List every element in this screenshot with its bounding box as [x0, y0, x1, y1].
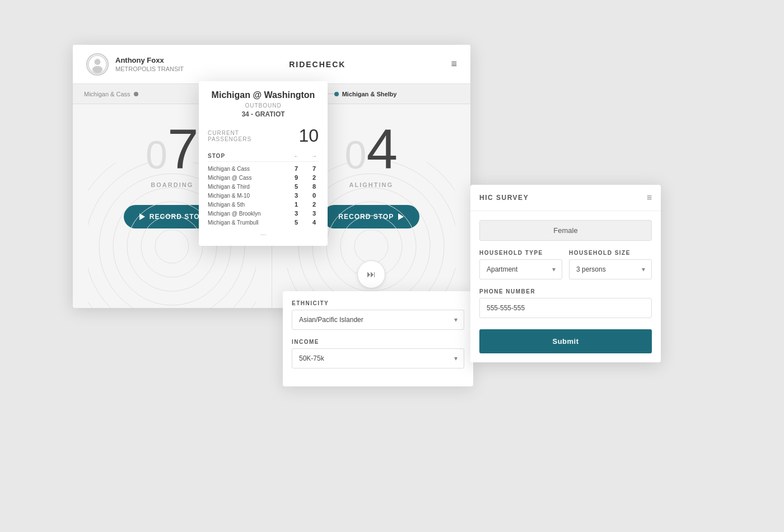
- stop-in: 5: [292, 183, 301, 190]
- gender-field: Female: [479, 220, 652, 241]
- stop-nums: 9 2: [292, 174, 319, 181]
- stop-table-header: STOP ← →: [208, 153, 319, 162]
- household-type-select[interactable]: Apartment House Condo Other: [479, 259, 562, 279]
- user-org: METROPOLIS TRANSIT: [115, 66, 184, 72]
- phone-field: PHONE NUMBER: [479, 288, 652, 318]
- phone-input[interactable]: [479, 298, 652, 318]
- nav-dot-prev: [134, 92, 138, 96]
- income-select-wrapper: 50K-75k Under 25k 25K-50k 75K-100k Over …: [292, 348, 464, 368]
- survey-panel: HIC SURVEY ≡ Female HOUSEHOLD TYPE Apart…: [470, 185, 661, 362]
- app-title: RIDECHECK: [289, 60, 346, 69]
- survey-menu-icon[interactable]: ≡: [647, 193, 652, 203]
- popup-route-label: OUTBOUND: [208, 102, 319, 109]
- svg-point-4: [141, 216, 203, 277]
- income-label: INCOME: [292, 339, 464, 345]
- svg-point-3: [155, 230, 189, 263]
- ethnicity-select[interactable]: Asian/Pacific Islander White Black Hispa…: [292, 310, 464, 330]
- nav-stop-prev: Michigan & Cass: [84, 91, 209, 97]
- stop-nums: 1 2: [292, 201, 319, 208]
- passengers-label-line1: CURRENT: [208, 130, 251, 136]
- nav-dot-next: [334, 92, 339, 96]
- passengers-count: 10: [298, 125, 319, 146]
- stop-row: Michigan & M-10 3 0: [208, 191, 319, 200]
- user-name: Anthony Foxx: [115, 56, 184, 66]
- nav-stop-prev-label: Michigan & Cass: [84, 91, 130, 97]
- stop-nums: 3 3: [292, 210, 319, 217]
- stop-out: 7: [310, 165, 319, 172]
- stop-in: 5: [292, 219, 301, 226]
- stop-out: 4: [310, 219, 319, 226]
- app-header: Anthony Foxx METROPOLIS TRANSIT RIDECHEC…: [73, 45, 470, 84]
- col-out-header: →: [310, 153, 319, 159]
- nav-stop-next: Michigan & Shelby: [334, 91, 459, 97]
- stop-table: STOP ← → Michigan & Cass 7 7 Michigan @ …: [208, 153, 319, 237]
- survey-form-bottom: ETHNICITY Asian/Pacific Islander White B…: [283, 291, 473, 386]
- passengers-row: CURRENT PASSENGERS 10: [208, 125, 319, 146]
- popup-route-name: 34 - GRATIOT: [241, 110, 284, 118]
- stop-out: 3: [310, 210, 319, 217]
- passengers-label-area: CURRENT PASSENGERS: [208, 130, 251, 142]
- hamburger-icon[interactable]: ≡: [451, 58, 457, 70]
- stop-in: 3: [292, 210, 301, 217]
- stop-ellipsis: ...: [208, 229, 319, 237]
- stop-out: 2: [310, 201, 319, 208]
- stop-row: Michigan & 5th 1 2: [208, 200, 319, 209]
- phone-label: PHONE NUMBER: [479, 288, 652, 295]
- nav-stop-next-label: Michigan & Shelby: [342, 91, 397, 97]
- stop-popup: Michigan @ Washington OUTBOUND 34 - GRAT…: [199, 81, 328, 246]
- popup-stop-title: Michigan @ Washington: [208, 90, 319, 100]
- user-details: Anthony Foxx METROPOLIS TRANSIT: [115, 56, 184, 72]
- stop-nums: 5 8: [292, 183, 319, 190]
- survey-body: Female HOUSEHOLD TYPE Apartment House Co…: [470, 211, 661, 362]
- avatar: [86, 53, 109, 76]
- stop-name: Michigan & Cass: [208, 166, 250, 172]
- survey-header: HIC SURVEY ≡: [470, 185, 661, 211]
- stop-row: Michigan @ Cass 9 2: [208, 173, 319, 182]
- stop-in: 9: [292, 174, 301, 181]
- stop-name: Michigan & 5th: [208, 202, 245, 208]
- stop-out: 0: [310, 192, 319, 199]
- income-select[interactable]: 50K-75k Under 25k 25K-50k 75K-100k Over …: [292, 348, 464, 368]
- household-type-select-wrapper: Apartment House Condo Other ▾: [479, 259, 562, 279]
- stop-name: Michigan & Third: [208, 184, 250, 190]
- stop-row: Michigan & Trumbull 5 4: [208, 218, 319, 227]
- num-cols-header: ← →: [292, 153, 319, 159]
- stop-in: 3: [292, 192, 301, 199]
- stop-nums: 5 4: [292, 219, 319, 226]
- stop-in: 7: [292, 165, 301, 172]
- user-info: Anthony Foxx METROPOLIS TRANSIT: [86, 53, 184, 76]
- household-type-field: HOUSEHOLD TYPE Apartment House Condo Oth…: [479, 250, 562, 279]
- ethnicity-select-wrapper: Asian/Pacific Islander White Black Hispa…: [292, 310, 464, 330]
- household-size-field: HOUSEHOLD SIZE 3 persons 1 person 2 pers…: [569, 250, 652, 279]
- stop-out: 2: [310, 174, 319, 181]
- passengers-label-line2: PASSENGERS: [208, 136, 251, 142]
- svg-point-2: [92, 66, 102, 73]
- stop-col-header: STOP: [208, 153, 225, 159]
- stop-out: 8: [310, 183, 319, 190]
- household-size-select-wrapper: 3 persons 1 person 2 persons 4 persons 5…: [569, 259, 652, 279]
- skip-button[interactable]: ⏭: [357, 260, 385, 288]
- stop-name: Michigan @ Brooklyn: [208, 211, 261, 217]
- household-size-label: HOUSEHOLD SIZE: [569, 250, 652, 256]
- household-size-select[interactable]: 3 persons 1 person 2 persons 4 persons 5…: [569, 259, 652, 279]
- stop-nums: 3 0: [292, 192, 319, 199]
- stop-name: Michigan & Trumbull: [208, 220, 259, 226]
- survey-title: HIC SURVEY: [479, 194, 529, 202]
- survey-two-col: HOUSEHOLD TYPE Apartment House Condo Oth…: [479, 250, 652, 288]
- stop-nums: 7 7: [292, 165, 319, 172]
- stop-in: 1: [292, 201, 301, 208]
- stop-row: Michigan @ Brooklyn 3 3: [208, 209, 319, 218]
- ethnicity-label: ETHNICITY: [292, 300, 464, 306]
- income-field: INCOME 50K-75k Under 25k 25K-50k 75K-100…: [292, 339, 464, 368]
- popup-route-info: OUTBOUND 34 - GRATIOT: [208, 102, 319, 119]
- household-type-label: HOUSEHOLD TYPE: [479, 250, 562, 256]
- stop-row: Michigan & Cass 7 7: [208, 164, 319, 173]
- svg-point-10: [354, 230, 388, 263]
- stop-name: Michigan @ Cass: [208, 175, 252, 181]
- submit-button[interactable]: Submit: [479, 329, 652, 353]
- gender-button[interactable]: Female: [479, 220, 652, 241]
- stop-row: Michigan & Third 5 8: [208, 182, 319, 191]
- col-in-header: ←: [292, 153, 301, 159]
- stop-rows: Michigan & Cass 7 7 Michigan @ Cass 9 2 …: [208, 164, 319, 227]
- svg-point-1: [95, 59, 101, 65]
